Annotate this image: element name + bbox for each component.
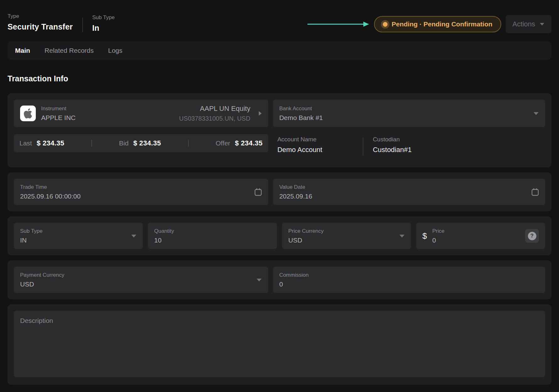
- value-date-group: Value Date 2025.09.16: [279, 184, 312, 200]
- type-value: Security Transfer: [8, 22, 73, 31]
- sub-type-group: Sub Type IN: [20, 228, 43, 244]
- payment-currency-label: Payment Currency: [20, 272, 64, 278]
- quote-offer: Offer $ 234.35: [216, 139, 263, 147]
- sub-type-label: Sub Type: [20, 228, 43, 234]
- calendar-icon: [254, 188, 262, 196]
- sub-type-value: IN: [20, 237, 43, 244]
- chevron-down-icon: [533, 112, 539, 115]
- account-name-value: Demo Account: [277, 146, 363, 154]
- type-group: Type Security Transfer: [8, 13, 73, 33]
- price-currency-group: Price Currency USD: [288, 228, 323, 244]
- bank-account-group: Bank Account Demo Bank #1: [279, 106, 323, 122]
- instrument-identifier: US0378331005.UN, USD: [179, 115, 250, 122]
- quote-bar: Last $ 234.35 Bid $ 234.35 Offer $ 234.3…: [14, 134, 268, 152]
- header-actions-group: Pending · Pending Confirmation Actions: [307, 15, 551, 33]
- calendar-icon: [531, 188, 539, 196]
- instrument-label: Instrument: [41, 106, 76, 112]
- instrument-name: APPLE INC: [41, 114, 76, 122]
- price-field[interactable]: $ Price 0 ?: [416, 223, 545, 249]
- commission-field[interactable]: Commission 0: [273, 267, 545, 293]
- trade-time-value: 2025.09.16 00:00:00: [20, 193, 81, 200]
- quote-bid-value: $ 234.35: [133, 139, 161, 147]
- quantity-field[interactable]: Quantity 10: [148, 223, 277, 249]
- price-currency-label: Price Currency: [288, 228, 323, 234]
- account-name-label: Account Name: [277, 136, 363, 143]
- bank-account-select[interactable]: Bank Account Demo Bank #1: [273, 100, 545, 127]
- section-title: Transaction Info: [8, 74, 551, 83]
- quote-separator: [188, 140, 189, 147]
- trade-time-group: Trade Time 2025.09.16 00:00:00: [20, 184, 81, 200]
- payment-currency-value: USD: [20, 280, 64, 288]
- trade-time-label: Trade Time: [20, 184, 81, 190]
- commission-group: Commission 0: [279, 272, 309, 288]
- chevron-down-icon: [131, 234, 137, 238]
- chevron-down-icon: [540, 23, 545, 26]
- header-title-group: Type Security Transfer Sub Type In: [8, 13, 115, 33]
- quote-last: Last $ 234.35: [19, 139, 64, 147]
- chevron-down-icon: [256, 278, 262, 282]
- actions-button[interactable]: Actions: [506, 15, 551, 33]
- quote-offer-label: Offer: [216, 139, 230, 147]
- bank-account-value: Demo Bank #1: [279, 114, 323, 122]
- header-divider: [82, 18, 83, 32]
- type-label: Type: [8, 13, 73, 19]
- sub-type-select[interactable]: Sub Type IN: [14, 223, 143, 249]
- commission-label: Commission: [279, 272, 309, 278]
- transaction-detail-page: Type Security Transfer Sub Type In Pendi…: [0, 0, 559, 392]
- quote-last-label: Last: [19, 139, 32, 147]
- subtype-label: Sub Type: [92, 14, 115, 21]
- price-currency-value: USD: [288, 237, 323, 244]
- quote-offer-value: $ 234.35: [235, 139, 263, 147]
- help-icon: ?: [528, 232, 536, 240]
- status-badge[interactable]: Pending · Pending Confirmation: [374, 16, 501, 32]
- bank-account-label: Bank Account: [279, 106, 323, 112]
- quantity-value: 10: [154, 237, 174, 244]
- custodian-value: Custodian#1: [373, 146, 412, 154]
- apple-icon: [23, 108, 33, 118]
- instrument-column: Instrument APPLE INC AAPL UN Equity US03…: [14, 100, 268, 155]
- description-card: [8, 304, 551, 385]
- payment-card: Payment Currency USD Commission 0: [8, 260, 551, 299]
- subtype-value: In: [92, 24, 115, 33]
- tab-related-records[interactable]: Related Records: [45, 47, 94, 54]
- actions-label: Actions: [513, 20, 535, 28]
- chevron-right-icon: [258, 111, 262, 116]
- account-custodian-row: Account Name Demo Account Custodian Cust…: [273, 136, 545, 155]
- price-group: Price 0: [432, 228, 444, 244]
- payment-currency-select[interactable]: Payment Currency USD: [14, 267, 268, 293]
- subtype-group: Sub Type In: [92, 14, 115, 33]
- price-value: 0: [432, 237, 444, 244]
- dates-card: Trade Time 2025.09.16 00:00:00 Value Dat…: [8, 172, 551, 211]
- price-currency-select[interactable]: Price Currency USD: [282, 223, 411, 249]
- custodian-label: Custodian: [373, 136, 412, 143]
- amounts-card: Sub Type IN Quantity 10 Price Currency U…: [8, 216, 551, 255]
- chevron-down-icon: [399, 234, 405, 238]
- description-input[interactable]: [14, 311, 545, 377]
- instrument-label-group: Instrument APPLE INC: [41, 106, 76, 122]
- instrument-details: AAPL UN Equity US0378331005.UN, USD: [179, 105, 250, 122]
- dollar-prefix: $: [422, 231, 427, 241]
- quote-bid-label: Bid: [119, 139, 128, 147]
- custodian-group: Custodian Custodian#1: [363, 136, 412, 154]
- instrument-bank-card: Instrument APPLE INC AAPL UN Equity US03…: [8, 93, 551, 167]
- account-name-group: Account Name Demo Account: [277, 136, 363, 154]
- tab-main[interactable]: Main: [15, 47, 30, 54]
- quote-separator: [91, 140, 92, 147]
- instrument-ticker: AAPL UN Equity: [179, 105, 250, 113]
- tab-bar: Main Related Records Logs: [8, 41, 551, 60]
- tab-logs[interactable]: Logs: [108, 47, 122, 54]
- payment-currency-group: Payment Currency USD: [20, 272, 64, 288]
- annotation-arrow-icon: [307, 20, 370, 28]
- bank-column: Bank Account Demo Bank #1 Account Name D…: [273, 100, 545, 155]
- value-date-field[interactable]: Value Date 2025.09.16: [273, 179, 545, 205]
- instrument-logo-badge: [20, 106, 36, 121]
- value-date-value: 2025.09.16: [279, 193, 312, 200]
- price-help-button[interactable]: ?: [525, 229, 539, 243]
- trade-time-field[interactable]: Trade Time 2025.09.16 00:00:00: [14, 179, 268, 205]
- quantity-label: Quantity: [154, 228, 174, 234]
- status-text: Pending · Pending Confirmation: [392, 20, 492, 28]
- instrument-field[interactable]: Instrument APPLE INC AAPL UN Equity US03…: [14, 100, 268, 127]
- value-date-label: Value Date: [279, 184, 312, 190]
- quote-last-value: $ 234.35: [37, 139, 64, 147]
- quote-bid: Bid $ 234.35: [119, 139, 161, 147]
